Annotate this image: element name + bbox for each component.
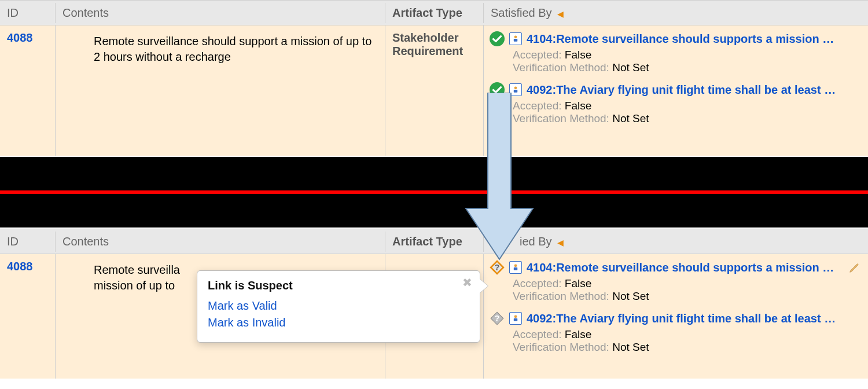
method-value: Not Set [612, 341, 649, 353]
svg-rect-11 [514, 318, 517, 321]
satisfied-by-cell: 4104:Remote surveillance should supports… [484, 25, 868, 156]
mark-valid-link[interactable]: Mark as Valid [208, 299, 469, 313]
col-header-contents[interactable]: Contents [56, 232, 385, 252]
accepted-value: False [565, 49, 591, 61]
svg-rect-8 [514, 267, 517, 270]
method-value: Not Set [612, 290, 649, 302]
method-label: Verification Method: [513, 112, 609, 124]
accepted-value: False [565, 100, 591, 112]
method-label: Verification Method: [513, 341, 609, 353]
svg-rect-5 [514, 90, 517, 93]
svg-point-1 [514, 35, 517, 38]
col-header-type[interactable]: Artifact Type [385, 3, 484, 23]
col-header-contents[interactable]: Contents [56, 3, 385, 23]
col-header-satisfied[interactable]: Satisfied By ◀ [484, 232, 868, 252]
col-header-satisfied[interactable]: Satisfied By ◀ [484, 3, 868, 23]
link-meta: Accepted: False Verification Method: Not… [513, 277, 861, 303]
svg-point-4 [514, 86, 517, 89]
actor-icon [509, 83, 522, 96]
status-suspect-icon[interactable]: ? [490, 311, 505, 326]
link-title[interactable]: 4092:The Aviary flying unit flight time … [527, 83, 836, 97]
suspect-popup: ✖ Link is Suspect Mark as Valid Mark as … [197, 270, 480, 343]
link-meta: Accepted: False Verification Method: Not… [513, 49, 861, 74]
accepted-label: Accepted: [513, 277, 562, 289]
sort-indicator-icon: ◀ [557, 238, 564, 247]
artifact-type: Stakeholder Requirement [385, 25, 484, 156]
table-header-top: ID Contents Artifact Type Satisfied By ◀ [0, 0, 868, 25]
link-item: 4092:The Aviary flying unit flight time … [490, 82, 861, 125]
mark-invalid-link[interactable]: Mark as Invalid [208, 316, 469, 329]
accepted-label: Accepted: [513, 328, 562, 340]
table-row[interactable]: 4088 Remote surveillance should support … [0, 25, 868, 156]
svg-point-10 [514, 315, 517, 318]
link-meta: Accepted: False Verification Method: Not… [513, 328, 861, 354]
accepted-value: False [565, 328, 591, 340]
method-value: Not Set [612, 61, 649, 74]
method-label: Verification Method: [513, 61, 609, 74]
status-ok-icon [490, 31, 505, 46]
edit-icon[interactable] [848, 261, 861, 274]
table-header-bottom: ID Contents Artifact Type Satisfied By ◀ [0, 229, 868, 254]
link-item: 4104:Remote surveillance should supports… [490, 31, 861, 74]
accepted-value: False [565, 277, 591, 289]
svg-text:?: ? [494, 313, 499, 323]
actor-icon [509, 312, 522, 325]
link-item: ? 4092:The Aviary flying unit flight tim… [490, 311, 861, 354]
sort-indicator-icon: ◀ [557, 9, 564, 19]
link-meta: Accepted: False Verification Method: Not… [513, 100, 861, 125]
svg-rect-2 [514, 39, 517, 42]
svg-text:?: ? [494, 262, 499, 272]
col-header-satisfied-label: Satisfied By [491, 6, 552, 19]
satisfied-by-cell: ? 4104:Remote surveillance should suppor… [484, 254, 868, 379]
link-item: ? 4104:Remote surveillance should suppor… [490, 260, 861, 303]
close-icon[interactable]: ✖ [461, 277, 473, 288]
status-ok-icon [490, 82, 505, 97]
col-header-id[interactable]: ID [0, 232, 56, 252]
artifact-contents[interactable]: Remote surveillance should support a mis… [56, 25, 385, 156]
separator-band [0, 157, 868, 227]
accepted-label: Accepted: [513, 49, 562, 61]
accepted-label: Accepted: [513, 100, 562, 112]
status-suspect-icon[interactable]: ? [490, 260, 505, 275]
method-value: Not Set [612, 112, 649, 124]
actor-icon [509, 261, 522, 274]
artifact-id[interactable]: 4088 [0, 25, 56, 156]
link-title[interactable]: 4104:Remote surveillance should supports… [527, 261, 834, 274]
artifact-id[interactable]: 4088 [0, 254, 56, 379]
link-title[interactable]: 4092:The Aviary flying unit flight time … [527, 312, 836, 325]
method-label: Verification Method: [513, 290, 609, 302]
link-title[interactable]: 4104:Remote surveillance should supports… [527, 32, 834, 46]
svg-point-7 [514, 264, 517, 267]
popup-title: Link is Suspect [208, 279, 469, 292]
col-header-type[interactable]: Artifact Type [385, 232, 484, 252]
col-header-id[interactable]: ID [0, 3, 56, 23]
actor-icon [509, 32, 522, 45]
